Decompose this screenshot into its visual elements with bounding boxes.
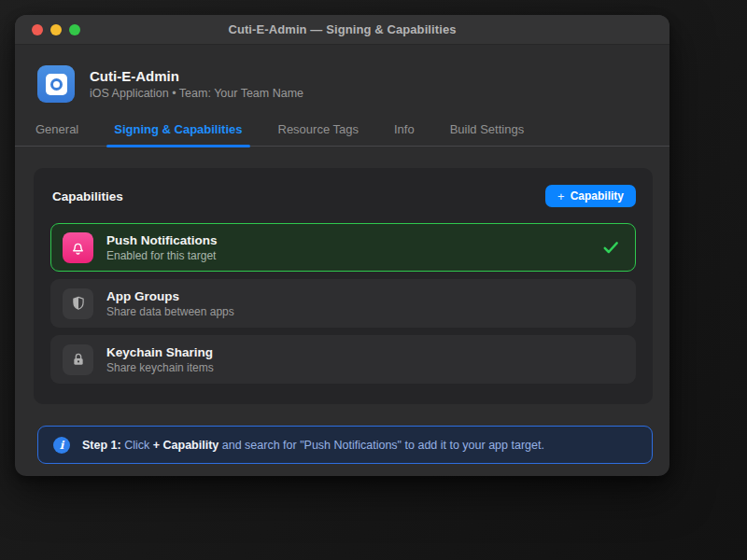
title-bar: Cuti-E-Admin — Signing & Capabilities <box>15 15 669 45</box>
checkmark-icon <box>601 238 620 257</box>
capability-description: Share keychain items <box>106 361 214 374</box>
lock-icon <box>63 344 93 375</box>
traffic-lights <box>32 15 80 44</box>
capabilities-title: Capabilities <box>52 189 123 203</box>
tab-info[interactable]: Info <box>392 119 416 146</box>
capability-name: Keychain Sharing <box>106 345 214 359</box>
tab-build-settings[interactable]: Build Settings <box>448 119 527 146</box>
capability-name: App Groups <box>106 289 234 303</box>
step-label: Step 1: <box>82 439 121 452</box>
app-window: Cuti-E-Admin — Signing & Capabilities Cu… <box>15 15 669 476</box>
plus-icon: + <box>557 189 565 203</box>
capability-row-push-notifications[interactable]: Push Notifications Enabled for this targ… <box>50 223 636 272</box>
tab-general[interactable]: General <box>34 119 80 146</box>
app-icon-glyph <box>46 74 67 95</box>
step-info-banner: i Step 1: Click + Capability and search … <box>37 426 653 464</box>
capability-row-app-groups[interactable]: App Groups Share data between apps <box>50 279 636 328</box>
close-button[interactable] <box>32 24 43 35</box>
app-icon <box>37 65 75 103</box>
minimize-button[interactable] <box>50 24 62 35</box>
tab-resource-tags[interactable]: Resource Tags <box>276 119 360 146</box>
capabilities-panel: Capabilities + Capability Push Notificat… <box>34 168 653 404</box>
shield-icon <box>63 288 93 319</box>
window-title: Cuti-E-Admin — Signing & Capabilities <box>228 22 456 36</box>
capability-row-keychain-sharing[interactable]: Keychain Sharing Share keychain items <box>50 335 636 384</box>
add-capability-button[interactable]: + Capability <box>545 185 636 207</box>
step-instruction: Step 1: Click + Capability and search fo… <box>82 439 544 452</box>
bell-icon <box>63 232 93 263</box>
zoom-button[interactable] <box>69 24 80 35</box>
capability-description: Share data between apps <box>106 305 234 318</box>
tab-bar: General Signing & Capabilities Resource … <box>15 119 669 147</box>
app-subtitle: iOS Application • Team: Your Team Name <box>90 87 303 100</box>
add-capability-label: Capability <box>571 189 624 203</box>
capability-description: Enabled for this target <box>106 249 218 262</box>
capability-name: Push Notifications <box>106 233 218 247</box>
capabilities-panel-header: Capabilities + Capability <box>50 185 636 207</box>
app-name: Cuti-E-Admin <box>90 68 303 84</box>
info-icon: i <box>53 437 70 454</box>
step-text-before: Click <box>124 439 149 452</box>
tab-signing-capabilities[interactable]: Signing & Capabilities <box>112 119 244 146</box>
step-button-ref: + Capability <box>153 439 219 452</box>
app-header: Cuti-E-Admin iOS Application • Team: You… <box>15 45 669 103</box>
step-text-after: and search for "Push Notifications" to a… <box>222 439 544 452</box>
